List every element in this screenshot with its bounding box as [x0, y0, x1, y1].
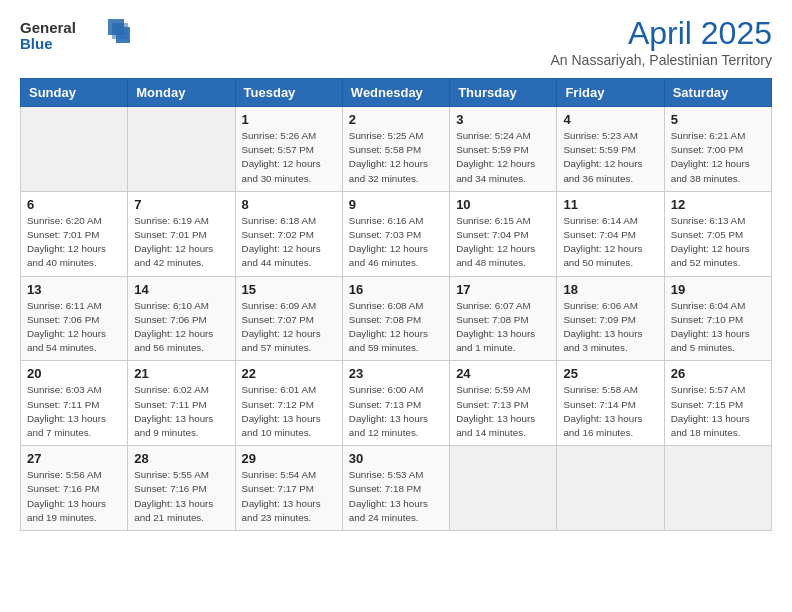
- calendar-cell: 24Sunrise: 5:59 AM Sunset: 7:13 PM Dayli…: [450, 361, 557, 446]
- calendar-cell: 9Sunrise: 6:16 AM Sunset: 7:03 PM Daylig…: [342, 191, 449, 276]
- day-number: 27: [27, 451, 121, 466]
- day-info: Sunrise: 6:19 AM Sunset: 7:01 PM Dayligh…: [134, 214, 228, 271]
- week-row-2: 6Sunrise: 6:20 AM Sunset: 7:01 PM Daylig…: [21, 191, 772, 276]
- calendar-cell: [557, 446, 664, 531]
- month-title: April 2025: [550, 15, 772, 52]
- col-monday: Monday: [128, 79, 235, 107]
- calendar-cell: [664, 446, 771, 531]
- day-info: Sunrise: 5:59 AM Sunset: 7:13 PM Dayligh…: [456, 383, 550, 440]
- day-info: Sunrise: 6:09 AM Sunset: 7:07 PM Dayligh…: [242, 299, 336, 356]
- day-info: Sunrise: 6:16 AM Sunset: 7:03 PM Dayligh…: [349, 214, 443, 271]
- day-number: 22: [242, 366, 336, 381]
- day-info: Sunrise: 6:06 AM Sunset: 7:09 PM Dayligh…: [563, 299, 657, 356]
- day-info: Sunrise: 5:26 AM Sunset: 5:57 PM Dayligh…: [242, 129, 336, 186]
- calendar-cell: 26Sunrise: 5:57 AM Sunset: 7:15 PM Dayli…: [664, 361, 771, 446]
- calendar-cell: 6Sunrise: 6:20 AM Sunset: 7:01 PM Daylig…: [21, 191, 128, 276]
- day-info: Sunrise: 6:02 AM Sunset: 7:11 PM Dayligh…: [134, 383, 228, 440]
- col-tuesday: Tuesday: [235, 79, 342, 107]
- calendar-cell: 29Sunrise: 5:54 AM Sunset: 7:17 PM Dayli…: [235, 446, 342, 531]
- calendar-cell: 13Sunrise: 6:11 AM Sunset: 7:06 PM Dayli…: [21, 276, 128, 361]
- day-info: Sunrise: 6:15 AM Sunset: 7:04 PM Dayligh…: [456, 214, 550, 271]
- day-info: Sunrise: 5:25 AM Sunset: 5:58 PM Dayligh…: [349, 129, 443, 186]
- calendar-cell: 8Sunrise: 6:18 AM Sunset: 7:02 PM Daylig…: [235, 191, 342, 276]
- location: An Nassariyah, Palestinian Territory: [550, 52, 772, 68]
- calendar-cell: 10Sunrise: 6:15 AM Sunset: 7:04 PM Dayli…: [450, 191, 557, 276]
- day-number: 28: [134, 451, 228, 466]
- day-number: 24: [456, 366, 550, 381]
- calendar-cell: 16Sunrise: 6:08 AM Sunset: 7:08 PM Dayli…: [342, 276, 449, 361]
- col-thursday: Thursday: [450, 79, 557, 107]
- day-number: 14: [134, 282, 228, 297]
- day-number: 18: [563, 282, 657, 297]
- svg-marker-4: [116, 27, 130, 43]
- day-info: Sunrise: 5:23 AM Sunset: 5:59 PM Dayligh…: [563, 129, 657, 186]
- logo-text: General Blue: [20, 15, 130, 59]
- calendar-cell: 20Sunrise: 6:03 AM Sunset: 7:11 PM Dayli…: [21, 361, 128, 446]
- calendar-cell: 11Sunrise: 6:14 AM Sunset: 7:04 PM Dayli…: [557, 191, 664, 276]
- calendar-cell: 22Sunrise: 6:01 AM Sunset: 7:12 PM Dayli…: [235, 361, 342, 446]
- day-number: 30: [349, 451, 443, 466]
- svg-text:Blue: Blue: [20, 35, 53, 52]
- calendar-cell: 19Sunrise: 6:04 AM Sunset: 7:10 PM Dayli…: [664, 276, 771, 361]
- day-info: Sunrise: 5:57 AM Sunset: 7:15 PM Dayligh…: [671, 383, 765, 440]
- calendar-cell: 15Sunrise: 6:09 AM Sunset: 7:07 PM Dayli…: [235, 276, 342, 361]
- day-number: 10: [456, 197, 550, 212]
- day-info: Sunrise: 6:04 AM Sunset: 7:10 PM Dayligh…: [671, 299, 765, 356]
- day-info: Sunrise: 5:58 AM Sunset: 7:14 PM Dayligh…: [563, 383, 657, 440]
- calendar-cell: 27Sunrise: 5:56 AM Sunset: 7:16 PM Dayli…: [21, 446, 128, 531]
- day-info: Sunrise: 5:24 AM Sunset: 5:59 PM Dayligh…: [456, 129, 550, 186]
- day-info: Sunrise: 6:08 AM Sunset: 7:08 PM Dayligh…: [349, 299, 443, 356]
- calendar-cell: 5Sunrise: 6:21 AM Sunset: 7:00 PM Daylig…: [664, 107, 771, 192]
- day-info: Sunrise: 5:54 AM Sunset: 7:17 PM Dayligh…: [242, 468, 336, 525]
- calendar-cell: 1Sunrise: 5:26 AM Sunset: 5:57 PM Daylig…: [235, 107, 342, 192]
- day-number: 25: [563, 366, 657, 381]
- calendar-cell: [21, 107, 128, 192]
- calendar-cell: 7Sunrise: 6:19 AM Sunset: 7:01 PM Daylig…: [128, 191, 235, 276]
- day-number: 19: [671, 282, 765, 297]
- day-info: Sunrise: 6:14 AM Sunset: 7:04 PM Dayligh…: [563, 214, 657, 271]
- day-info: Sunrise: 6:20 AM Sunset: 7:01 PM Dayligh…: [27, 214, 121, 271]
- calendar-cell: 21Sunrise: 6:02 AM Sunset: 7:11 PM Dayli…: [128, 361, 235, 446]
- day-info: Sunrise: 6:13 AM Sunset: 7:05 PM Dayligh…: [671, 214, 765, 271]
- day-number: 6: [27, 197, 121, 212]
- day-number: 29: [242, 451, 336, 466]
- col-sunday: Sunday: [21, 79, 128, 107]
- day-info: Sunrise: 6:00 AM Sunset: 7:13 PM Dayligh…: [349, 383, 443, 440]
- day-info: Sunrise: 6:07 AM Sunset: 7:08 PM Dayligh…: [456, 299, 550, 356]
- calendar-cell: 17Sunrise: 6:07 AM Sunset: 7:08 PM Dayli…: [450, 276, 557, 361]
- day-number: 21: [134, 366, 228, 381]
- day-number: 17: [456, 282, 550, 297]
- day-number: 16: [349, 282, 443, 297]
- day-number: 9: [349, 197, 443, 212]
- calendar-cell: 3Sunrise: 5:24 AM Sunset: 5:59 PM Daylig…: [450, 107, 557, 192]
- calendar-cell: 25Sunrise: 5:58 AM Sunset: 7:14 PM Dayli…: [557, 361, 664, 446]
- week-row-3: 13Sunrise: 6:11 AM Sunset: 7:06 PM Dayli…: [21, 276, 772, 361]
- day-number: 11: [563, 197, 657, 212]
- day-number: 26: [671, 366, 765, 381]
- calendar-cell: [450, 446, 557, 531]
- day-number: 7: [134, 197, 228, 212]
- calendar-cell: 2Sunrise: 5:25 AM Sunset: 5:58 PM Daylig…: [342, 107, 449, 192]
- calendar-cell: 18Sunrise: 6:06 AM Sunset: 7:09 PM Dayli…: [557, 276, 664, 361]
- day-number: 1: [242, 112, 336, 127]
- calendar-table: Sunday Monday Tuesday Wednesday Thursday…: [20, 78, 772, 531]
- calendar-cell: 12Sunrise: 6:13 AM Sunset: 7:05 PM Dayli…: [664, 191, 771, 276]
- day-info: Sunrise: 6:03 AM Sunset: 7:11 PM Dayligh…: [27, 383, 121, 440]
- day-number: 12: [671, 197, 765, 212]
- day-number: 15: [242, 282, 336, 297]
- svg-text:General: General: [20, 19, 76, 36]
- day-info: Sunrise: 5:56 AM Sunset: 7:16 PM Dayligh…: [27, 468, 121, 525]
- day-number: 23: [349, 366, 443, 381]
- calendar-cell: 30Sunrise: 5:53 AM Sunset: 7:18 PM Dayli…: [342, 446, 449, 531]
- day-number: 8: [242, 197, 336, 212]
- title-block: April 2025 An Nassariyah, Palestinian Te…: [550, 15, 772, 68]
- calendar-cell: 14Sunrise: 6:10 AM Sunset: 7:06 PM Dayli…: [128, 276, 235, 361]
- col-wednesday: Wednesday: [342, 79, 449, 107]
- logo: General Blue: [20, 15, 130, 59]
- week-row-5: 27Sunrise: 5:56 AM Sunset: 7:16 PM Dayli…: [21, 446, 772, 531]
- col-friday: Friday: [557, 79, 664, 107]
- day-info: Sunrise: 6:01 AM Sunset: 7:12 PM Dayligh…: [242, 383, 336, 440]
- day-info: Sunrise: 6:10 AM Sunset: 7:06 PM Dayligh…: [134, 299, 228, 356]
- day-info: Sunrise: 6:18 AM Sunset: 7:02 PM Dayligh…: [242, 214, 336, 271]
- header: General Blue April 2025 An Nassariyah, P…: [20, 15, 772, 68]
